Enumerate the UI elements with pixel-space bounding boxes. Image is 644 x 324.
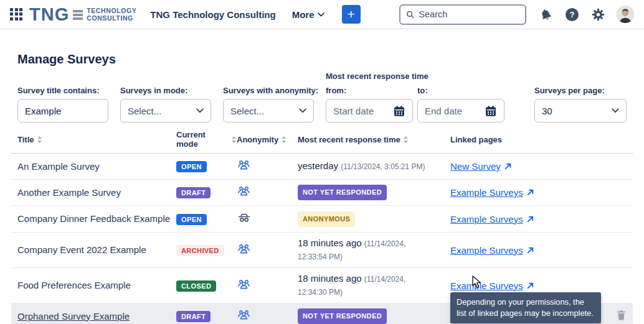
notifications-bell-icon[interactable] — [539, 8, 552, 21]
search-box[interactable] — [399, 4, 526, 25]
filter-mode-label: Surveys in mode: — [120, 86, 187, 95]
group-anonymity-icon — [237, 158, 251, 172]
logo-wordmark: TNG — [29, 6, 69, 24]
help-icon[interactable]: ? — [566, 8, 579, 21]
column-header-label: Current mode — [176, 130, 229, 149]
external-link-icon — [526, 282, 534, 290]
filter-anonymity-label: Surveys with anonymity: — [223, 86, 318, 95]
status-badge: NOT YET RESPONDED — [298, 308, 387, 324]
filter-anonymity-select[interactable]: Select... — [223, 99, 314, 123]
response-cell: NOT YET RESPONDED — [298, 185, 450, 200]
linked-page-link[interactable]: Example Surveys — [450, 214, 523, 224]
group-anonymity-icon — [237, 184, 251, 198]
calendar-icon[interactable] — [393, 104, 405, 118]
sort-icon — [403, 136, 409, 144]
column-header-label: Anonymity — [237, 135, 278, 144]
filter-per-page-select[interactable]: 30 — [534, 99, 627, 123]
survey-title-link[interactable]: Company Dinner Feedback Example — [17, 213, 170, 224]
chevron-down-icon — [196, 108, 204, 113]
create-button[interactable]: + — [342, 5, 361, 24]
status-badge: CLOSED — [176, 280, 216, 292]
row-actions-cell — [603, 310, 627, 323]
external-link-icon — [504, 162, 512, 170]
filter-title-contains-input[interactable] — [25, 106, 101, 116]
status-badge: NOT YET RESPONDED — [298, 185, 387, 200]
survey-title-link[interactable]: An Example Survey — [17, 161, 100, 172]
sort-icon — [231, 136, 237, 144]
table-row[interactable]: An Example Survey OPEN yesterday (11/13/… — [11, 154, 633, 180]
filter-to-date-field[interactable] — [417, 99, 504, 123]
nav-space-link[interactable]: TNG Technology Consulting — [150, 9, 275, 20]
filter-from-label: from: — [326, 86, 346, 95]
incognito-anonymity-icon — [237, 210, 252, 225]
filter-title-contains-field[interactable] — [17, 99, 108, 123]
mode-cell: OPEN — [176, 213, 237, 225]
column-header-label: Title — [17, 135, 34, 144]
survey-title-link[interactable]: Food Preferences Example — [17, 280, 131, 290]
mode-cell: ARCHIVED — [176, 244, 237, 256]
tng-logo[interactable]: TNG TECHNOLOGY CONSULTING — [29, 6, 136, 24]
table-row[interactable]: Another Example Survey DRAFT NOT YET RES… — [11, 180, 633, 206]
filter-per-page-label: Surveys per page: — [534, 86, 605, 95]
filter-title-contains-label: Survey title contains: — [17, 86, 99, 95]
external-link-icon — [526, 188, 534, 197]
filter-from-date-input[interactable] — [333, 106, 393, 116]
status-badge: DRAFT — [176, 187, 211, 198]
settings-gear-icon[interactable] — [592, 8, 605, 21]
top-navbar: TNG TECHNOLOGY CONSULTING TNG Technology… — [0, 0, 644, 29]
response-relative-time: 18 minutes ago — [298, 273, 364, 284]
table-row[interactable]: Company Event 2022 Example ARCHIVED 18 m… — [11, 233, 633, 268]
table-row[interactable]: Company Dinner Feedback Example OPEN ANO… — [11, 206, 633, 233]
nav-more-menu[interactable]: More — [292, 9, 324, 20]
group-anonymity-icon — [237, 308, 251, 322]
mode-cell: CLOSED — [176, 280, 237, 292]
survey-title-link[interactable]: Company Event 2022 Example — [17, 244, 146, 255]
delete-survey-button[interactable] — [616, 310, 627, 323]
linked-pages-cell: Example Surveys — [450, 280, 603, 291]
anonymity-cell — [237, 308, 298, 324]
group-anonymity-icon — [237, 277, 251, 292]
response-cell: NOT YET RESPONDED — [298, 308, 450, 324]
filter-from-date-field[interactable] — [326, 99, 413, 123]
trash-icon — [616, 310, 627, 321]
status-badge: ANONYMOUS — [298, 211, 355, 227]
column-header-label: Linked pages — [450, 135, 502, 144]
linked-page-link[interactable]: Example Surveys — [450, 187, 523, 198]
filter-response-time-group-label: Most recent response time — [326, 72, 429, 81]
chevron-down-icon — [612, 108, 619, 113]
filter-to-date-input[interactable] — [425, 106, 485, 116]
survey-title-link[interactable]: Orphaned Survey Example — [17, 311, 130, 322]
survey-title-link[interactable]: Another Example Survey — [17, 187, 121, 198]
linked-pages-cell: Example Surveys — [450, 245, 603, 256]
linked-page-link[interactable]: Example Surveys — [450, 280, 523, 291]
column-header[interactable]: Title — [17, 135, 176, 144]
external-link-icon — [526, 215, 534, 223]
response-absolute-time: (11/13/2024, 3:05:21 PM) — [341, 162, 425, 171]
page-title: Manage Surveys — [17, 52, 644, 67]
status-badge: OPEN — [176, 214, 207, 225]
search-input[interactable] — [419, 9, 519, 19]
user-avatar[interactable] — [617, 6, 634, 23]
filter-mode-select[interactable]: Select... — [120, 99, 211, 123]
chevron-down-icon — [299, 108, 306, 113]
status-badge: DRAFT — [176, 311, 211, 322]
linked-page-link[interactable]: New Survey — [450, 161, 501, 172]
anonymity-cell — [237, 184, 298, 201]
response-cell: 18 minutes ago (11/14/2024, 12:34:30 PM) — [298, 272, 450, 299]
surveys-table-header: Title Current mode Anonymity Most recent… — [11, 130, 633, 154]
column-header[interactable]: Current mode — [176, 130, 237, 149]
linked-page-link[interactable]: Example Surveys — [450, 245, 523, 256]
linked-pages-cell: Example Surveys — [450, 187, 603, 198]
sort-icon — [37, 136, 42, 144]
response-cell: yesterday (11/13/2024, 3:05:21 PM) — [298, 160, 450, 173]
app-grid-icon[interactable] — [10, 8, 23, 21]
calendar-icon[interactable] — [485, 104, 497, 118]
mode-cell: DRAFT — [176, 310, 237, 322]
column-header: Linked pages — [450, 135, 603, 144]
mode-cell: DRAFT — [176, 187, 237, 198]
column-header[interactable]: Most recent response time — [298, 135, 450, 144]
filter-to-label: to: — [417, 86, 428, 95]
column-header[interactable]: Anonymity — [237, 135, 298, 144]
response-cell: 18 minutes ago (11/14/2024, 12:33:54 PM) — [298, 237, 450, 263]
status-badge: OPEN — [176, 161, 207, 172]
